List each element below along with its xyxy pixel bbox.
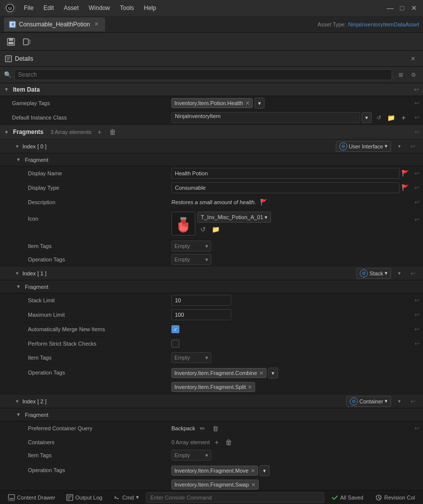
menu-help[interactable]: Help [140,3,160,12]
item-tags-1-dropdown[interactable]: Empty ▾ [171,352,211,363]
op-tag-swap-remove[interactable]: ✕ [251,482,256,488]
cmd-button[interactable]: Cmd ▾ [109,492,142,503]
icon-browse-btn[interactable]: ↺ [197,224,208,235]
preferred-container-edit-btn[interactable]: ✏ [197,423,208,434]
instance-folder-btn[interactable]: 📁 [386,112,397,123]
icon-folder-btn[interactable]: 📁 [210,224,221,235]
item-tags-2-dropdown[interactable]: Empty ▾ [171,450,211,461]
op-tag-swap[interactable]: Inventory.Item.Fragment.Swap ✕ [171,480,259,490]
save-button[interactable] [4,35,18,49]
strict-stack-reset[interactable]: ↩ [411,338,423,350]
stack-limit-reset[interactable]: ↩ [411,294,423,306]
op-tag-move[interactable]: Inventory.Item.Fragment.Move ✕ [171,466,258,476]
gameplay-tag-remove[interactable]: ✕ [245,101,250,106]
tab-close-button[interactable]: ✕ [93,21,100,28]
grid-view-button[interactable]: ⊞ [395,69,406,80]
fragments-add-button[interactable]: + [95,127,105,137]
menu-window[interactable]: Window [85,3,114,12]
item-tags-2-value: Empty ▾ [169,450,423,461]
display-name-input[interactable] [171,168,400,179]
fragments-delete-button[interactable]: 🗑 [108,127,118,137]
fragment-0-header[interactable]: ▼ Fragment [0,153,423,166]
browse-button[interactable] [20,35,34,49]
icon-value: T_Inv_Misc_Potion_A_01 ▾ ↺ 📁 [169,212,411,236]
item-tags-0-dropdown[interactable]: Empty ▾ [171,241,211,252]
index-0-header[interactable]: ▼ Index [ 0 ] ⚙ User Interface ▾ ▾ ↩ [0,139,423,153]
tab-asset[interactable]: Consumable_HealthPotion ✕ [4,17,105,31]
index-1-header[interactable]: ▼ Index [ 1 ] ⚙ Stack ▾ ▾ ↩ [0,266,423,280]
index-0-expand-button[interactable]: ▾ [394,141,404,151]
index-2-type-dropdown[interactable]: ⚙ Container ▾ [346,396,391,407]
containers-add-btn[interactable]: + [212,437,222,447]
op-tag-combine[interactable]: Inventory.Item.Fragment.Combine ✕ [171,368,267,378]
index-0-type-dropdown[interactable]: ⚙ User Interface ▾ [336,141,391,152]
gameplay-tags-reset[interactable]: ↩ [411,97,423,109]
item-data-title: Item Data [13,86,40,93]
op-tag-move-remove[interactable]: ✕ [251,468,255,474]
stack-limit-input[interactable] [171,295,231,306]
operation-tags-0-dropdown[interactable]: Empty ▾ [171,254,211,265]
fragment-2-header[interactable]: ▼ Fragment [0,408,423,421]
content-drawer-button[interactable]: Content Drawer [4,492,59,503]
index-2-reset[interactable]: ↩ [407,395,419,407]
description-flag[interactable]: 🚩 [260,199,268,206]
maximum-limit-input[interactable] [171,309,231,320]
instance-dropdown[interactable]: ▾ [362,112,372,123]
settings-button[interactable]: ⚙ [408,69,419,80]
op-tag-combine-remove[interactable]: ✕ [259,371,264,376]
default-instance-reset[interactable]: ↩ [411,112,423,124]
index-1-type-dropdown[interactable]: ⚙ Stack ▾ [356,268,391,279]
gameplay-tag-pill[interactable]: Inventory.Item.Potion.Health ✕ [171,98,253,108]
panel-close-button[interactable]: ✕ [408,54,418,64]
obj-ref-input[interactable]: NinjaInventoryItem [171,112,360,123]
index-1-reset[interactable]: ↩ [407,267,419,279]
gameplay-tags-dropdown[interactable]: ▾ [255,98,265,109]
operation-tags-1-wrap2: Inventory.Item.Fragment.Split ✕ [171,381,255,393]
preferred-container-delete-btn[interactable]: 🗑 [210,423,221,434]
menu-edit[interactable]: Edit [39,3,58,12]
fragments-reset[interactable]: ↩ [411,126,423,138]
display-type-flag[interactable]: 🚩 [402,184,409,191]
maximize-button[interactable]: □ [397,3,407,13]
display-type-input[interactable] [171,182,400,193]
menu-asset[interactable]: Asset [60,3,83,12]
instance-browse-btn[interactable]: ↺ [373,112,384,123]
containers-count: 0 Array element [171,439,210,445]
auto-merge-checkbox[interactable] [171,325,179,333]
index-0-reset[interactable]: ↩ [407,140,419,152]
description-reset[interactable]: ↩ [411,196,423,208]
menu-file[interactable]: File [20,3,37,12]
display-name-flag[interactable]: 🚩 [402,170,409,177]
output-log-button[interactable]: Output Log [62,492,106,503]
index-2-header[interactable]: ▼ Index [ 2 ] ⚙ Container ▾ ▾ ↩ [0,394,423,408]
all-saved-button[interactable]: All Saved [327,492,367,503]
revision-button[interactable]: Revision Col [371,492,419,503]
description-value: Restores a small amount of health. 🚩 [169,199,411,206]
maximum-limit-reset[interactable]: ↩ [411,309,423,321]
preferred-container-reset[interactable]: ↩ [411,422,423,434]
item-data-section-header[interactable]: ▼ Item Data ↩ [0,83,423,96]
fragment-1-header[interactable]: ▼ Fragment [0,280,423,293]
operation-tags-1-dropdown[interactable]: ▾ [268,368,278,378]
icon-dropdown-row: T_Inv_Misc_Potion_A_01 ▾ [197,212,271,223]
op-tag-split-remove[interactable]: ✕ [248,384,252,390]
display-type-reset[interactable]: ↩ [411,182,423,194]
instance-new-btn[interactable]: + [398,112,409,123]
minimize-button[interactable]: — [385,3,395,13]
auto-merge-reset[interactable]: ↩ [411,323,423,335]
containers-del-btn[interactable]: 🗑 [224,437,234,447]
icon-reset[interactable]: ↩ [411,214,423,226]
index-1-expand-button[interactable]: ▾ [394,268,404,278]
console-input[interactable] [146,492,324,503]
search-input[interactable] [14,69,392,80]
strict-stack-checkbox[interactable] [171,340,179,348]
op-tag-split[interactable]: Inventory.Item.Fragment.Split ✕ [171,382,255,392]
menu-tools[interactable]: Tools [116,3,138,12]
operation-tags-2-dropdown[interactable]: ▾ [260,465,270,476]
icon-asset-dropdown[interactable]: T_Inv_Misc_Potion_A_01 ▾ [197,212,271,223]
display-name-reset[interactable]: ↩ [411,167,423,179]
item-data-reset-button[interactable]: ↩ [414,86,419,93]
index-2-expand-button[interactable]: ▾ [394,396,404,406]
close-button[interactable]: ✕ [409,3,419,13]
gameplay-tags-row: Gameplay Tags Inventory.Item.Potion.Heal… [0,96,423,111]
